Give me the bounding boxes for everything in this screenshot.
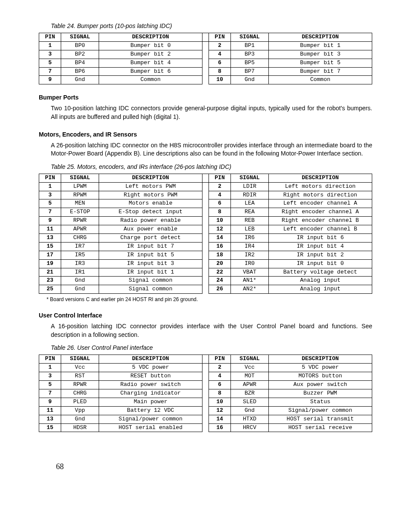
cell-pin: 12 [209, 225, 230, 234]
th-gap [202, 174, 209, 182]
cell-signal: BP6 [61, 67, 99, 76]
cell-signal: RPWM [61, 191, 99, 199]
cell-pin: 4 [209, 50, 230, 59]
table24-caption: Table 24. Bumper ports (10-pos latching … [51, 22, 372, 29]
th-gap [202, 33, 209, 42]
cell-desc: Battery 12 VDC [99, 406, 202, 415]
cell-signal: IR3 [61, 259, 99, 268]
table-row: 9RPWRRadio power enable10REBRight encode… [39, 217, 372, 225]
cell-pin: 19 [39, 259, 61, 268]
cell-gap [202, 268, 209, 277]
table-row: 11APWRAux power enable12LEBLeft encoder … [39, 225, 372, 234]
cell-desc: Aux power enable [99, 225, 202, 234]
cell-pin: 7 [39, 208, 61, 217]
cell-signal: Gnd [231, 406, 269, 415]
cell-pin: 4 [209, 372, 230, 381]
cell-desc: Left motors PWM [99, 182, 202, 191]
cell-signal: Gnd [61, 76, 99, 84]
table-row: 7CHRGCharging indicator8BZRBuzzer PWM [39, 389, 372, 398]
cell-pin: 22 [209, 268, 230, 277]
th-desc2: DESCRIPTION [268, 355, 372, 364]
cell-desc: Bumper bit 7 [268, 67, 372, 76]
table25-footnote: * Board versions C and earlier pin 24 HO… [47, 296, 372, 302]
cell-desc: 5 VDC power [268, 364, 372, 372]
cell-pin: 14 [209, 415, 230, 423]
table-row: 7BP6Bumper bit 68BP7Bumper bit 7 [39, 67, 372, 76]
page-number: 68 [56, 462, 372, 471]
table26-header-row: PIN SIGNAL DESCRIPTION PIN SIGNAL DESCRI… [39, 355, 372, 364]
cell-gap [202, 182, 209, 191]
th-pin: PIN [39, 33, 61, 42]
table24-body: 1BP0Bumper bit 02BP1Bumper bit 13BP2Bump… [39, 41, 372, 84]
cell-pin: 12 [209, 406, 230, 415]
cell-desc: Bumper bit 3 [268, 50, 372, 59]
cell-desc: 5 VDC power [99, 364, 202, 372]
cell-pin: 3 [39, 50, 61, 59]
cell-signal: PLED [61, 398, 99, 406]
cell-pin: 8 [209, 67, 230, 76]
cell-signal: CHRG [61, 233, 99, 242]
cell-signal: AN2* [231, 285, 269, 294]
cell-pin: 7 [39, 67, 61, 76]
para-bumper-ports: Two 10-position latching IDC connectors … [51, 104, 372, 121]
th-signal: SIGNAL [61, 355, 99, 364]
cell-signal: Gnd [231, 76, 269, 84]
cell-pin: 13 [39, 415, 61, 423]
table-row: 3BP2Bumper bit 24BP3Bumper bit 3 [39, 50, 372, 59]
cell-desc: Left encoder channel A [268, 199, 372, 208]
cell-signal: REB [231, 217, 269, 225]
cell-gap [202, 364, 209, 372]
th-desc2: DESCRIPTION [268, 174, 372, 182]
cell-desc: Analog input [268, 277, 372, 285]
table-row: 1BP0Bumper bit 02BP1Bumper bit 1 [39, 41, 372, 50]
cell-desc: HOST serial receive [268, 423, 372, 432]
cell-pin: 15 [39, 423, 61, 432]
cell-desc: E-Stop detect input [99, 208, 202, 217]
cell-gap [202, 381, 209, 389]
th-signal: SIGNAL [61, 174, 99, 182]
cell-signal: BP3 [231, 50, 269, 59]
table25-body: 1LPWMLeft motors PWM2LDIRLeft motors dir… [39, 182, 372, 294]
cell-desc: IR input bit 0 [268, 259, 372, 268]
th-pin2: PIN [209, 33, 230, 42]
th-signal2: SIGNAL [231, 33, 269, 42]
cell-signal: IR2 [231, 251, 269, 259]
cell-desc: Status [268, 398, 372, 406]
cell-gap [202, 423, 209, 432]
th-signal: SIGNAL [61, 33, 99, 42]
cell-signal: Gnd [61, 277, 99, 285]
cell-signal: LPWM [61, 182, 99, 191]
cell-pin: 10 [209, 76, 230, 84]
cell-gap [202, 389, 209, 398]
cell-signal: Vpp [61, 406, 99, 415]
cell-signal: BZR [231, 389, 269, 398]
cell-gap [202, 251, 209, 259]
cell-desc: Charging indicator [99, 389, 202, 398]
cell-pin: 8 [209, 389, 230, 398]
cell-signal: IR7 [61, 242, 99, 251]
cell-gap [202, 225, 209, 234]
cell-signal: SLED [231, 398, 269, 406]
table-row: 15HDSRHOST serial enabled16HRCVHOST seri… [39, 423, 372, 432]
cell-pin: 6 [209, 381, 230, 389]
cell-signal: HTXD [231, 415, 269, 423]
cell-signal: Gnd [61, 415, 99, 423]
table-row: 1Vcc5 VDC power2Vcc5 VDC power [39, 364, 372, 372]
cell-pin: 11 [39, 225, 61, 234]
table-row: 13GndSignal/power common14HTXDHOST seria… [39, 415, 372, 423]
cell-signal: IR6 [231, 233, 269, 242]
table-row: 25GndSignal common26AN2*Analog input [39, 285, 372, 294]
cell-signal: BP1 [231, 41, 269, 50]
cell-pin: 9 [39, 76, 61, 84]
cell-desc: RESET button [99, 372, 202, 381]
th-gap [202, 355, 209, 364]
cell-signal: APWR [231, 381, 269, 389]
cell-desc: Bumper bit 1 [268, 41, 372, 50]
cell-gap [202, 406, 209, 415]
cell-pin: 10 [209, 398, 230, 406]
cell-pin: 21 [39, 268, 61, 277]
cell-pin: 20 [209, 259, 230, 268]
cell-pin: 6 [209, 59, 230, 67]
table-row: 5RPWRRadio power switch6APWRAux power sw… [39, 381, 372, 389]
cell-signal: MEN [61, 199, 99, 208]
